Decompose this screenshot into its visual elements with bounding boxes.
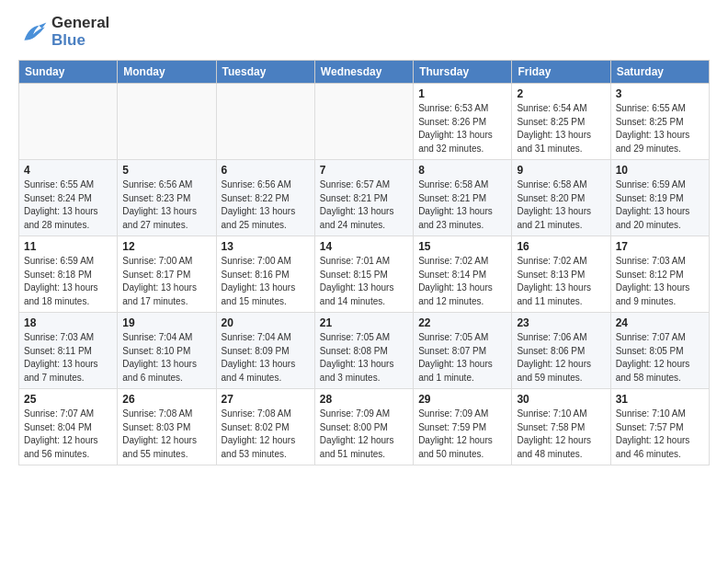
calendar-cell: 7Sunrise: 6:57 AM Sunset: 8:21 PM Daylig… bbox=[314, 160, 413, 236]
day-number: 18 bbox=[24, 316, 112, 329]
calendar-cell: 19Sunrise: 7:04 AM Sunset: 8:10 PM Dayli… bbox=[118, 313, 216, 389]
calendar-cell: 31Sunrise: 7:10 AM Sunset: 7:57 PM Dayli… bbox=[610, 389, 709, 465]
day-number: 13 bbox=[222, 240, 310, 253]
day-info: Sunrise: 6:59 AM Sunset: 8:19 PM Dayligh… bbox=[616, 178, 704, 232]
day-info: Sunrise: 7:04 AM Sunset: 8:10 PM Dayligh… bbox=[122, 331, 210, 385]
logo-icon bbox=[18, 19, 48, 45]
weekday-header-saturday: Saturday bbox=[610, 61, 709, 84]
weekday-header-monday: Monday bbox=[118, 61, 216, 84]
day-number: 14 bbox=[320, 240, 408, 253]
weekday-header-row: SundayMondayTuesdayWednesdayThursdayFrid… bbox=[19, 61, 710, 84]
calendar-cell: 1Sunrise: 6:53 AM Sunset: 8:26 PM Daylig… bbox=[414, 84, 512, 160]
day-info: Sunrise: 7:10 AM Sunset: 7:57 PM Dayligh… bbox=[616, 408, 704, 461]
day-info: Sunrise: 7:09 AM Sunset: 8:00 PM Dayligh… bbox=[320, 408, 408, 461]
calendar-cell bbox=[216, 84, 314, 160]
calendar-cell: 9Sunrise: 6:58 AM Sunset: 8:20 PM Daylig… bbox=[512, 160, 610, 236]
calendar-cell: 25Sunrise: 7:07 AM Sunset: 8:04 PM Dayli… bbox=[19, 389, 118, 465]
day-info: Sunrise: 7:00 AM Sunset: 8:17 PM Dayligh… bbox=[122, 255, 210, 308]
calendar-cell: 15Sunrise: 7:02 AM Sunset: 8:14 PM Dayli… bbox=[414, 236, 512, 313]
day-info: Sunrise: 7:10 AM Sunset: 7:58 PM Dayligh… bbox=[517, 408, 605, 461]
day-info: Sunrise: 6:58 AM Sunset: 8:20 PM Dayligh… bbox=[517, 178, 605, 232]
day-number: 23 bbox=[517, 316, 605, 329]
day-number: 17 bbox=[616, 240, 704, 253]
calendar-cell: 12Sunrise: 7:00 AM Sunset: 8:17 PM Dayli… bbox=[118, 236, 216, 313]
day-info: Sunrise: 6:53 AM Sunset: 8:26 PM Dayligh… bbox=[418, 102, 506, 155]
week-row-1: 1Sunrise: 6:53 AM Sunset: 8:26 PM Daylig… bbox=[19, 84, 710, 160]
logo-text: General Blue bbox=[51, 15, 109, 49]
day-info: Sunrise: 7:07 AM Sunset: 8:05 PM Dayligh… bbox=[616, 331, 704, 385]
day-info: Sunrise: 7:00 AM Sunset: 8:16 PM Dayligh… bbox=[222, 255, 310, 308]
week-row-2: 4Sunrise: 6:55 AM Sunset: 8:24 PM Daylig… bbox=[19, 160, 710, 236]
day-info: Sunrise: 7:06 AM Sunset: 8:06 PM Dayligh… bbox=[517, 331, 605, 385]
calendar-cell: 14Sunrise: 7:01 AM Sunset: 8:15 PM Dayli… bbox=[314, 236, 413, 313]
day-number: 4 bbox=[24, 164, 112, 177]
day-number: 30 bbox=[517, 393, 605, 406]
calendar-cell: 21Sunrise: 7:05 AM Sunset: 8:08 PM Dayli… bbox=[314, 313, 413, 389]
day-info: Sunrise: 7:03 AM Sunset: 8:12 PM Dayligh… bbox=[616, 255, 704, 308]
calendar-cell: 24Sunrise: 7:07 AM Sunset: 8:05 PM Dayli… bbox=[610, 313, 709, 389]
calendar-cell: 18Sunrise: 7:03 AM Sunset: 8:11 PM Dayli… bbox=[19, 313, 118, 389]
day-number: 15 bbox=[418, 240, 506, 253]
day-info: Sunrise: 7:02 AM Sunset: 8:13 PM Dayligh… bbox=[517, 255, 605, 308]
calendar-cell: 23Sunrise: 7:06 AM Sunset: 8:06 PM Dayli… bbox=[512, 313, 610, 389]
calendar-cell: 10Sunrise: 6:59 AM Sunset: 8:19 PM Dayli… bbox=[610, 160, 709, 236]
day-number: 7 bbox=[320, 164, 408, 177]
calendar-cell: 5Sunrise: 6:56 AM Sunset: 8:23 PM Daylig… bbox=[118, 160, 216, 236]
day-info: Sunrise: 7:01 AM Sunset: 8:15 PM Dayligh… bbox=[320, 255, 408, 308]
calendar-cell: 27Sunrise: 7:08 AM Sunset: 8:02 PM Dayli… bbox=[216, 389, 314, 465]
calendar-cell bbox=[314, 84, 413, 160]
day-info: Sunrise: 6:56 AM Sunset: 8:22 PM Dayligh… bbox=[222, 178, 310, 232]
weekday-header-wednesday: Wednesday bbox=[314, 61, 413, 84]
week-row-5: 25Sunrise: 7:07 AM Sunset: 8:04 PM Dayli… bbox=[19, 389, 710, 465]
calendar-cell: 6Sunrise: 6:56 AM Sunset: 8:22 PM Daylig… bbox=[216, 160, 314, 236]
day-info: Sunrise: 6:58 AM Sunset: 8:21 PM Dayligh… bbox=[418, 178, 506, 232]
calendar-table: SundayMondayTuesdayWednesdayThursdayFrid… bbox=[18, 60, 710, 465]
weekday-header-friday: Friday bbox=[512, 61, 610, 84]
calendar-cell: 29Sunrise: 7:09 AM Sunset: 7:59 PM Dayli… bbox=[414, 389, 512, 465]
day-number: 20 bbox=[222, 316, 310, 329]
page-header: General Blue bbox=[18, 15, 710, 49]
day-info: Sunrise: 7:05 AM Sunset: 8:08 PM Dayligh… bbox=[320, 331, 408, 385]
day-number: 24 bbox=[616, 316, 704, 329]
day-info: Sunrise: 7:08 AM Sunset: 8:02 PM Dayligh… bbox=[222, 408, 310, 461]
day-number: 21 bbox=[320, 316, 408, 329]
day-number: 3 bbox=[616, 87, 704, 100]
day-info: Sunrise: 6:59 AM Sunset: 8:18 PM Dayligh… bbox=[24, 255, 112, 308]
calendar-cell: 30Sunrise: 7:10 AM Sunset: 7:58 PM Dayli… bbox=[512, 389, 610, 465]
calendar-cell: 16Sunrise: 7:02 AM Sunset: 8:13 PM Dayli… bbox=[512, 236, 610, 313]
calendar-cell: 26Sunrise: 7:08 AM Sunset: 8:03 PM Dayli… bbox=[118, 389, 216, 465]
day-number: 29 bbox=[418, 393, 506, 406]
day-number: 26 bbox=[122, 393, 210, 406]
calendar-cell: 3Sunrise: 6:55 AM Sunset: 8:25 PM Daylig… bbox=[610, 84, 709, 160]
day-number: 16 bbox=[517, 240, 605, 253]
calendar-cell: 17Sunrise: 7:03 AM Sunset: 8:12 PM Dayli… bbox=[610, 236, 709, 313]
logo: General Blue bbox=[18, 15, 109, 49]
day-number: 5 bbox=[122, 164, 210, 177]
week-row-4: 18Sunrise: 7:03 AM Sunset: 8:11 PM Dayli… bbox=[19, 313, 710, 389]
weekday-header-thursday: Thursday bbox=[414, 61, 512, 84]
weekday-header-tuesday: Tuesday bbox=[216, 61, 314, 84]
day-info: Sunrise: 7:09 AM Sunset: 7:59 PM Dayligh… bbox=[418, 408, 506, 461]
day-number: 28 bbox=[320, 393, 408, 406]
day-number: 11 bbox=[24, 240, 112, 253]
calendar-cell: 20Sunrise: 7:04 AM Sunset: 8:09 PM Dayli… bbox=[216, 313, 314, 389]
calendar-cell: 13Sunrise: 7:00 AM Sunset: 8:16 PM Dayli… bbox=[216, 236, 314, 313]
day-number: 25 bbox=[24, 393, 112, 406]
day-info: Sunrise: 7:02 AM Sunset: 8:14 PM Dayligh… bbox=[418, 255, 506, 308]
weekday-header-sunday: Sunday bbox=[19, 61, 118, 84]
day-info: Sunrise: 7:05 AM Sunset: 8:07 PM Dayligh… bbox=[418, 331, 506, 385]
day-info: Sunrise: 7:04 AM Sunset: 8:09 PM Dayligh… bbox=[222, 331, 310, 385]
calendar-cell bbox=[19, 84, 118, 160]
day-info: Sunrise: 6:54 AM Sunset: 8:25 PM Dayligh… bbox=[517, 102, 605, 155]
day-number: 12 bbox=[122, 240, 210, 253]
day-number: 10 bbox=[616, 164, 704, 177]
day-info: Sunrise: 7:03 AM Sunset: 8:11 PM Dayligh… bbox=[24, 331, 112, 385]
day-info: Sunrise: 7:07 AM Sunset: 8:04 PM Dayligh… bbox=[24, 408, 112, 461]
calendar-cell: 22Sunrise: 7:05 AM Sunset: 8:07 PM Dayli… bbox=[414, 313, 512, 389]
day-number: 22 bbox=[418, 316, 506, 329]
calendar-cell: 2Sunrise: 6:54 AM Sunset: 8:25 PM Daylig… bbox=[512, 84, 610, 160]
day-number: 27 bbox=[222, 393, 310, 406]
week-row-3: 11Sunrise: 6:59 AM Sunset: 8:18 PM Dayli… bbox=[19, 236, 710, 313]
calendar-cell: 4Sunrise: 6:55 AM Sunset: 8:24 PM Daylig… bbox=[19, 160, 118, 236]
day-info: Sunrise: 7:08 AM Sunset: 8:03 PM Dayligh… bbox=[122, 408, 210, 461]
